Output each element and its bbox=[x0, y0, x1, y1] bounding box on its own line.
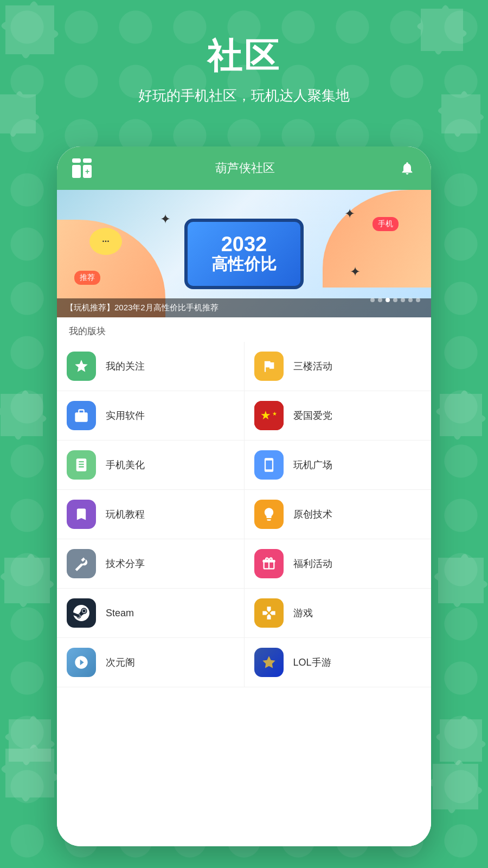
lol-label: LOL手游 bbox=[293, 656, 331, 669]
dot-4 bbox=[393, 298, 397, 302]
sparkle-2: ✦ bbox=[344, 206, 355, 221]
tutorial-label: 玩机教程 bbox=[106, 508, 145, 521]
chat-bubble bbox=[89, 228, 122, 255]
menu-item-welfare[interactable]: 福利活动 bbox=[245, 539, 432, 588]
grid-cell-2 bbox=[83, 158, 92, 163]
dot-6 bbox=[408, 298, 413, 302]
banner-dots bbox=[370, 298, 420, 302]
menu-item-my-follow[interactable]: 我的关注 bbox=[57, 342, 245, 391]
page-title: 社区 bbox=[0, 33, 488, 80]
beautify-label: 手机美化 bbox=[106, 458, 145, 471]
star-icon bbox=[67, 352, 96, 381]
lol-icon bbox=[254, 648, 284, 677]
dot-7 bbox=[416, 298, 420, 302]
menu-item-beautify[interactable]: 手机美化 bbox=[57, 441, 245, 489]
menu-item-original-tech[interactable]: 原创技术 bbox=[245, 490, 432, 539]
menu-item-steam[interactable]: Steam bbox=[57, 589, 245, 637]
phone-icon bbox=[254, 450, 284, 480]
menu-row-6: Steam 游戏 bbox=[57, 589, 431, 638]
menu-row-7: 次元阁 LOL手游 bbox=[57, 638, 431, 687]
dot-1 bbox=[370, 298, 375, 302]
3rd-floor-label: 三楼活动 bbox=[293, 360, 332, 373]
section-label: 我的版块 bbox=[57, 317, 431, 342]
play-square-label: 玩机广场 bbox=[293, 458, 332, 471]
game-icon bbox=[254, 598, 284, 628]
page-subtitle: 好玩的手机社区，玩机达人聚集地 bbox=[0, 86, 488, 105]
bell-icon[interactable] bbox=[399, 159, 416, 177]
menu-item-software[interactable]: 实用软件 bbox=[57, 391, 245, 440]
grid-icon[interactable] bbox=[72, 158, 92, 178]
anime-icon bbox=[67, 648, 96, 677]
title-section: 社区 好玩的手机社区，玩机达人聚集地 bbox=[0, 33, 488, 105]
dot-2 bbox=[378, 298, 382, 302]
sparkle-1: ✦ bbox=[160, 212, 171, 227]
dot-5 bbox=[401, 298, 405, 302]
app-title: 葫芦侠社区 bbox=[215, 160, 275, 176]
hand-right bbox=[323, 190, 431, 288]
phone-inner: 葫芦侠社区 2032 高性价比 bbox=[57, 146, 431, 846]
anime-label: 次元阁 bbox=[106, 656, 135, 669]
software-label: 实用软件 bbox=[106, 409, 145, 422]
patriotic-label: 爱国爱党 bbox=[293, 409, 332, 422]
banner-text-line1: 2032 bbox=[211, 234, 277, 254]
menu-item-tech-share[interactable]: 技术分享 bbox=[57, 539, 245, 588]
china-flag-icon: ★ ★ bbox=[254, 401, 284, 430]
banner-container: 2032 高性价比 ✦ ✦ ✦ 推荐 手机 【玩机推荐】2023年2月高性价比手… bbox=[57, 190, 431, 317]
tech-share-label: 技术分享 bbox=[106, 557, 145, 570]
bookmark-icon bbox=[67, 500, 96, 529]
menu-item-patriotic[interactable]: ★ ★ 爱国爱党 bbox=[245, 391, 432, 440]
box-icon bbox=[67, 401, 96, 430]
menu-row-1: 我的关注 三楼活动 bbox=[57, 342, 431, 391]
my-follow-label: 我的关注 bbox=[106, 360, 145, 373]
game-label: 游戏 bbox=[293, 607, 313, 620]
menu-item-play-square[interactable]: 玩机广场 bbox=[245, 441, 432, 489]
menu-item-lol[interactable]: LOL手游 bbox=[245, 638, 432, 687]
flag-icon bbox=[254, 352, 284, 381]
dot-3-active bbox=[386, 298, 390, 302]
grid-cell-1 bbox=[72, 158, 81, 163]
menu-item-3rd-floor[interactable]: 三楼活动 bbox=[245, 342, 432, 391]
menu-row-5: 技术分享 福利活动 bbox=[57, 539, 431, 589]
steam-label: Steam bbox=[106, 608, 134, 619]
phone-mockup: 葫芦侠社区 2032 高性价比 bbox=[57, 146, 431, 846]
bell-svg bbox=[400, 161, 415, 176]
menu-item-game[interactable]: 游戏 bbox=[245, 589, 432, 637]
menu-item-anime[interactable]: 次元阁 bbox=[57, 638, 245, 687]
menu-list: 我的关注 三楼活动 bbox=[57, 342, 431, 846]
grid-cell-3 bbox=[72, 165, 81, 178]
bulb-icon bbox=[254, 500, 284, 529]
mobile-badge: 手机 bbox=[373, 217, 399, 231]
wrench-icon bbox=[67, 549, 96, 578]
original-tech-label: 原创技术 bbox=[293, 508, 332, 521]
menu-row-2: 实用软件 ★ ★ 爱国爱党 bbox=[57, 391, 431, 441]
app-header: 葫芦侠社区 bbox=[57, 146, 431, 190]
mini-phone: 2032 高性价比 bbox=[184, 219, 304, 289]
book-icon bbox=[67, 450, 96, 480]
steam-icon bbox=[67, 598, 96, 628]
menu-row-4: 玩机教程 原创技术 bbox=[57, 490, 431, 539]
sparkle-3: ✦ bbox=[350, 264, 361, 279]
grid-cell-plus bbox=[83, 165, 92, 178]
menu-item-tutorial[interactable]: 玩机教程 bbox=[57, 490, 245, 539]
gift-icon bbox=[254, 549, 284, 578]
welfare-label: 福利活动 bbox=[293, 557, 332, 570]
menu-row-3: 手机美化 玩机广场 bbox=[57, 441, 431, 490]
banner-text-line2: 高性价比 bbox=[211, 254, 277, 274]
recommend-badge: 推荐 bbox=[74, 271, 100, 285]
